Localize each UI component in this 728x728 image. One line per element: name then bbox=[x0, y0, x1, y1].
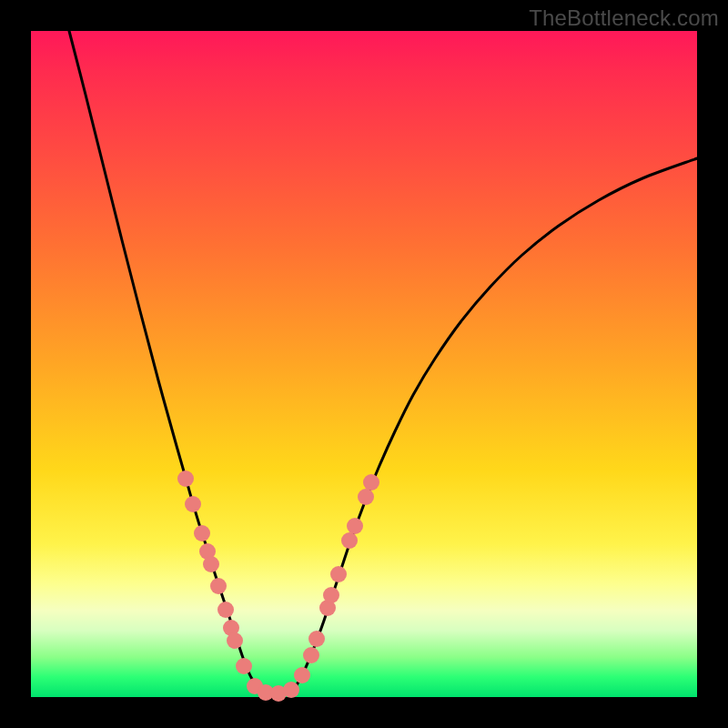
watermark-text: TheBottleneck.com bbox=[529, 5, 719, 31]
curve-marker bbox=[210, 578, 227, 594]
curve-marker bbox=[236, 658, 252, 674]
curve-marker bbox=[347, 518, 363, 534]
curve-marker bbox=[185, 496, 201, 512]
marker-group bbox=[177, 470, 379, 702]
curve-marker bbox=[303, 647, 319, 663]
curve-marker bbox=[294, 667, 310, 683]
curve-marker bbox=[363, 474, 379, 490]
chart-stage: TheBottleneck.com bbox=[0, 0, 728, 728]
curve-marker bbox=[330, 566, 347, 582]
curve-svg bbox=[31, 31, 697, 697]
curve-marker bbox=[283, 682, 299, 698]
curve-marker bbox=[203, 556, 219, 572]
curve-marker bbox=[323, 587, 339, 603]
curve-marker bbox=[358, 489, 374, 505]
curve-marker bbox=[177, 470, 194, 487]
curve-marker bbox=[308, 631, 325, 647]
plot-area bbox=[31, 31, 697, 697]
curve-marker bbox=[194, 525, 210, 541]
curve-marker bbox=[341, 532, 358, 549]
curve-marker bbox=[227, 632, 243, 649]
curve-marker bbox=[217, 602, 234, 618]
bottleneck-curve bbox=[69, 31, 697, 693]
